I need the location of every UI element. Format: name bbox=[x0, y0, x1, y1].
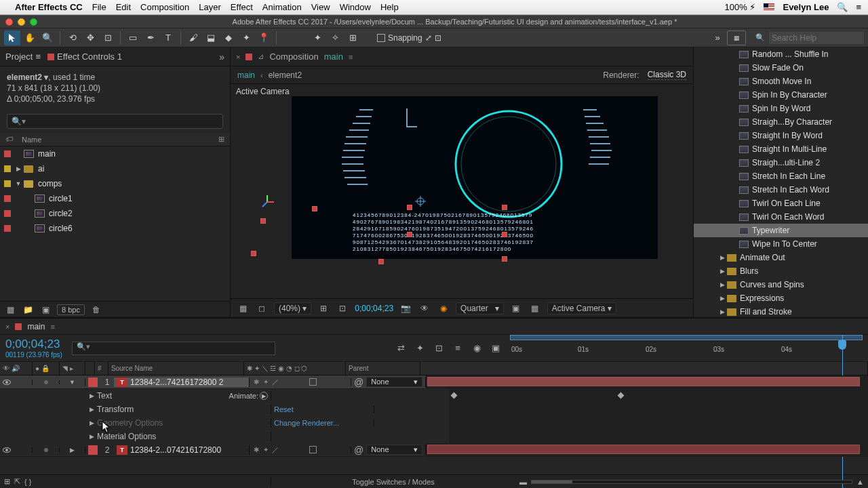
label-column-icon[interactable]: 🏷 bbox=[5, 135, 15, 144]
stamp-tool[interactable]: ⬓ bbox=[203, 30, 219, 45]
preset-item[interactable]: Slow Fade On bbox=[694, 61, 868, 75]
preset-folder[interactable]: ▶Expressions bbox=[694, 291, 868, 305]
snapping-checkbox[interactable] bbox=[377, 34, 385, 42]
eraser-tool[interactable]: ◆ bbox=[220, 30, 237, 45]
preset-item[interactable]: Wipe In To Center bbox=[694, 237, 868, 251]
brackets-icon[interactable]: { } bbox=[24, 478, 31, 486]
breadcrumb-back-icon[interactable]: ‹ bbox=[260, 71, 263, 79]
local-axis-icon[interactable]: ✦ bbox=[309, 30, 326, 45]
parent-select[interactable]: None▾ bbox=[366, 377, 422, 387]
user-name[interactable]: Evelyn Lee bbox=[783, 2, 829, 12]
toggle-switches-icon[interactable]: ⊞ bbox=[4, 477, 10, 486]
new-folder-icon[interactable]: 📁 bbox=[22, 304, 34, 315]
comp-mini-flow-icon[interactable]: ⇄ bbox=[395, 342, 407, 354]
animate-button[interactable]: Animate: ▶ bbox=[229, 392, 268, 400]
preset-item[interactable]: Straigh...By Character bbox=[694, 115, 868, 129]
app-name[interactable]: After Effects CC bbox=[15, 2, 83, 12]
panel-menu-icon[interactable]: ≡ bbox=[349, 53, 353, 61]
view-axis-icon[interactable]: ⊞ bbox=[344, 30, 361, 45]
shy-switch[interactable]: ✱ bbox=[252, 378, 260, 386]
preset-folder[interactable]: ▶Animate Out bbox=[694, 251, 868, 264]
roi-icon[interactable]: ⊡ bbox=[336, 302, 349, 314]
menu-view[interactable]: View bbox=[311, 2, 330, 12]
timeline-menu-icon[interactable]: ≡ bbox=[50, 323, 54, 331]
zoom-select[interactable]: (40%) ▾ bbox=[274, 302, 311, 314]
layer-name[interactable]: 12384-2...074216172800 bbox=[130, 445, 221, 455]
eye-icon[interactable] bbox=[3, 380, 11, 385]
menu-animation[interactable]: Animation bbox=[262, 2, 302, 12]
trash-icon[interactable]: 🗑 bbox=[90, 304, 102, 315]
search-help-input[interactable] bbox=[769, 32, 864, 44]
eye-icon[interactable] bbox=[3, 447, 11, 453]
menu-file[interactable]: File bbox=[92, 2, 106, 12]
prop-material[interactable]: ▶Material Options bbox=[0, 430, 868, 443]
menu-extra-icon[interactable]: ≡ bbox=[856, 2, 861, 12]
close-timeline-tab-icon[interactable]: × bbox=[5, 323, 9, 331]
preset-item[interactable]: Smooth Move In bbox=[694, 75, 868, 88]
time-ruler[interactable]: 00s 01s 02s 03s 04s bbox=[510, 335, 863, 362]
zoom-slider[interactable] bbox=[531, 480, 852, 484]
source-name-header[interactable]: Source Name bbox=[108, 362, 244, 375]
3d-switch[interactable] bbox=[309, 378, 317, 386]
change-renderer-link[interactable]: Change Renderer... bbox=[271, 419, 374, 427]
minimize-button[interactable] bbox=[18, 18, 25, 26]
color-mgmt-icon[interactable]: ◉ bbox=[437, 302, 450, 314]
preset-folder[interactable]: ▶Fill and Stroke bbox=[694, 305, 868, 317]
preset-item[interactable]: Twirl On Each Word bbox=[694, 210, 868, 224]
breadcrumb-element2[interactable]: element2 bbox=[269, 70, 302, 80]
layer-label-swatch[interactable] bbox=[88, 445, 98, 455]
workspace-icon[interactable]: ▦ bbox=[727, 30, 746, 45]
current-time[interactable]: 0;00;04;23 bbox=[5, 338, 62, 351]
quality-switch[interactable]: ／ bbox=[271, 446, 279, 453]
breadcrumb-main[interactable]: main bbox=[237, 70, 255, 80]
3d-switch[interactable] bbox=[309, 446, 317, 453]
zoom-out-icon[interactable]: ▬ bbox=[519, 478, 527, 486]
snapping-opt1-icon[interactable]: ⤢ bbox=[425, 33, 432, 43]
maximize-button[interactable] bbox=[30, 18, 37, 26]
project-item[interactable]: circle2 bbox=[0, 206, 230, 221]
layer-row-2[interactable]: ▶ 2 T12384-2...074216172800 ✱ ✦ ／ @None▾ bbox=[0, 443, 868, 457]
quality-select[interactable]: Quarter ▾ bbox=[456, 302, 504, 314]
preset-item[interactable]: Typewriter bbox=[694, 224, 868, 237]
zoom-tool[interactable]: 🔍 bbox=[39, 30, 56, 45]
preset-item[interactable]: Straigh...ulti-Line 2 bbox=[694, 156, 868, 169]
prop-text[interactable]: ▶TextAnimate: ▶ bbox=[0, 389, 868, 403]
res-full-icon[interactable]: ⊞ bbox=[317, 302, 330, 314]
toggle-switches-modes[interactable]: Toggle Switches / Modes bbox=[271, 478, 515, 486]
solo-icon[interactable] bbox=[44, 448, 48, 452]
brush-tool[interactable]: 🖌 bbox=[185, 30, 201, 45]
comp-tab-name[interactable]: main bbox=[324, 52, 343, 62]
project-item[interactable]: circle6 bbox=[0, 221, 230, 236]
shy-icon[interactable]: ⊡ bbox=[433, 342, 445, 354]
twirl-icon[interactable]: ▶ bbox=[70, 447, 75, 453]
pickwhip-icon[interactable]: @ bbox=[354, 445, 363, 455]
hand-tool[interactable]: ✋ bbox=[22, 30, 38, 45]
show-snapshot-icon[interactable]: 👁 bbox=[418, 302, 431, 314]
menu-composition[interactable]: Composition bbox=[140, 2, 189, 12]
comp-flow-icon[interactable]: ⊿ bbox=[258, 52, 264, 61]
puppet-tool[interactable]: 📍 bbox=[256, 30, 272, 45]
camera-tool[interactable]: ✥ bbox=[82, 30, 98, 45]
timeline-tab-name[interactable]: main bbox=[27, 322, 45, 331]
parent-select[interactable]: None▾ bbox=[366, 445, 422, 455]
motion-blur-icon[interactable]: ◉ bbox=[471, 342, 483, 354]
pen-tool[interactable]: ✒ bbox=[142, 30, 159, 45]
preset-item[interactable]: Straight In Multi-Line bbox=[694, 142, 868, 156]
composition-viewer[interactable]: Active Camera bbox=[231, 84, 693, 298]
layer-row-1[interactable]: ▼ 1 T12384-2...74216172800 2 ✱ ✦ ／ @None… bbox=[0, 375, 868, 389]
rect-tool[interactable]: ▭ bbox=[125, 30, 141, 45]
project-item[interactable]: main bbox=[0, 146, 230, 161]
name-column-header[interactable]: Name bbox=[22, 136, 41, 144]
tab-project[interactable]: Project ≡ bbox=[5, 52, 41, 62]
prop-geometry[interactable]: ▶Geometry Options Change Renderer... bbox=[0, 416, 868, 430]
adj-switch[interactable] bbox=[300, 378, 307, 386]
preset-item[interactable]: Random ... Shuffle In bbox=[694, 47, 868, 61]
fast-preview-icon[interactable]: ▣ bbox=[509, 302, 523, 314]
snapping-opt2-icon[interactable]: ⊡ bbox=[435, 33, 441, 43]
prop-transform[interactable]: ▶Transform Reset bbox=[0, 403, 868, 416]
menu-window[interactable]: Window bbox=[340, 2, 371, 12]
project-search[interactable]: 🔍▾ bbox=[7, 114, 223, 129]
project-item[interactable]: ▶ ai bbox=[0, 161, 230, 176]
project-item[interactable]: ▼ comps bbox=[0, 176, 230, 191]
toggle-pane-icon[interactable]: ⇱ bbox=[14, 477, 20, 486]
